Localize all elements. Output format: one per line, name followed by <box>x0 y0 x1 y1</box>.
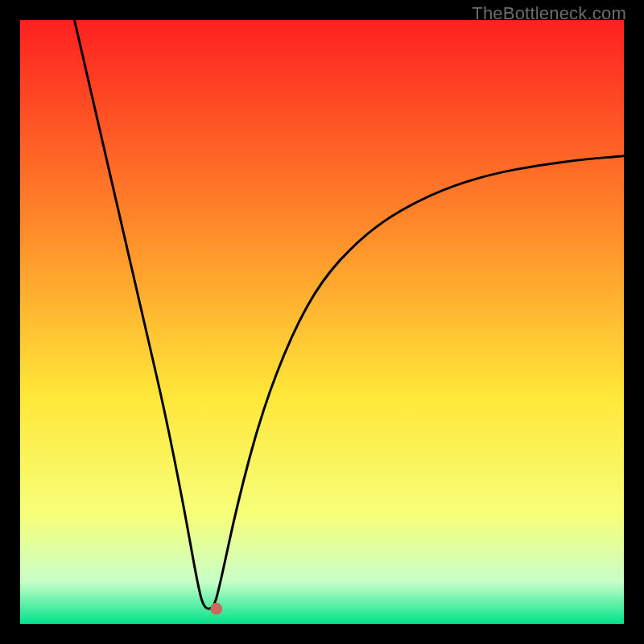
plot-area <box>20 20 624 624</box>
chart-svg <box>0 0 644 644</box>
watermark-text: TheBottleneck.com <box>472 3 626 24</box>
bottleneck-chart: TheBottleneck.com <box>0 0 644 644</box>
optimal-point-marker <box>210 603 222 615</box>
